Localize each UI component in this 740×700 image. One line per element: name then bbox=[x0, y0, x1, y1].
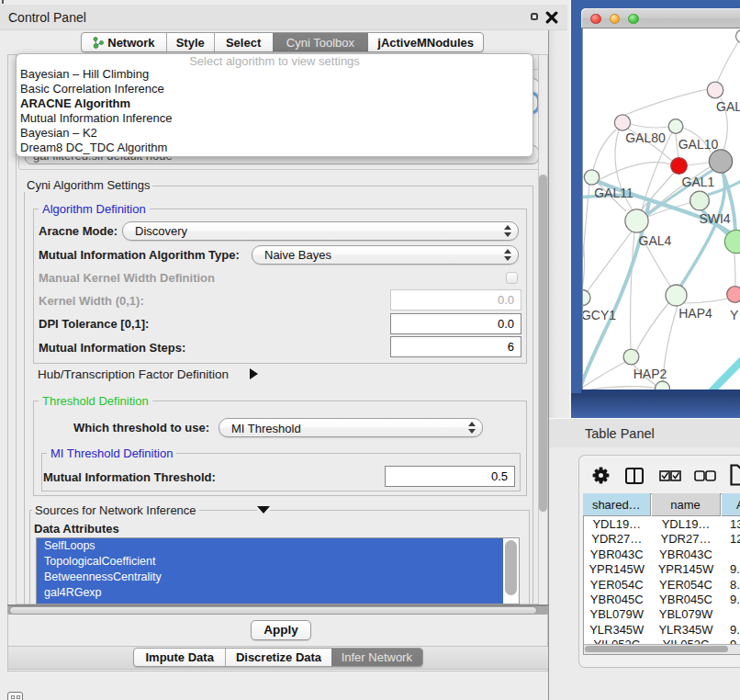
svg-text:HAP4: HAP4 bbox=[678, 306, 712, 321]
svg-text:GAL7: GAL7 bbox=[716, 99, 740, 114]
svg-text:SWI4: SWI4 bbox=[699, 211, 730, 226]
svg-text:GAL11: GAL11 bbox=[594, 186, 633, 200]
svg-text:GAL10: GAL10 bbox=[678, 137, 719, 152]
svg-text:GAL80: GAL80 bbox=[625, 130, 666, 145]
svg-text:Y: Y bbox=[730, 308, 739, 322]
svg-text:GAL4: GAL4 bbox=[639, 233, 672, 248]
svg-text:GCY1: GCY1 bbox=[583, 308, 616, 322]
svg-text:HAP2: HAP2 bbox=[633, 367, 667, 381]
svg-text:GAL1: GAL1 bbox=[682, 175, 715, 189]
